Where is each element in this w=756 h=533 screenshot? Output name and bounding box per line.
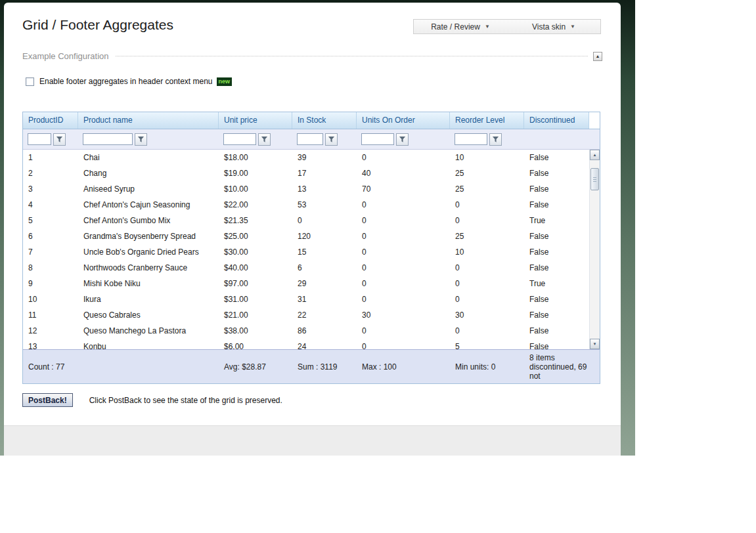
cell-in-stock: 29: [292, 276, 357, 291]
filter-funnel-icon: [492, 136, 499, 143]
cell-product-name: Chai: [78, 150, 219, 165]
cell-units-on-order: 0: [357, 213, 450, 228]
filter-button-reorder-level[interactable]: [489, 133, 502, 146]
column-header-units-on-order[interactable]: Units On Order: [357, 112, 450, 129]
filter-input-product-name[interactable]: [83, 133, 133, 145]
cell-reorder-level: 0: [450, 213, 524, 228]
cell-in-stock: 31: [292, 291, 357, 307]
table-row[interactable]: 9Mishi Kobe Niku$97.002900True: [23, 276, 589, 291]
cell-product-id: 4: [23, 197, 78, 213]
demo-toolbar: Rate / Review ▼ Vista skin ▼: [413, 19, 601, 34]
cell-product-id: 9: [23, 276, 78, 291]
cell-product-id: 5: [23, 213, 78, 228]
column-header-in-stock[interactable]: In Stock: [292, 112, 357, 129]
cell-reorder-level: 0: [450, 260, 524, 276]
cell-product-name: Aniseed Syrup: [78, 181, 219, 197]
table-row[interactable]: 5Chef Anton's Gumbo Mix$21.35000True: [23, 213, 589, 228]
table-row[interactable]: 8Northwoods Cranberry Sauce$40.00600Fals…: [23, 260, 589, 276]
cell-in-stock: 86: [292, 323, 357, 339]
cell-units-on-order: 0: [357, 228, 450, 244]
filter-button-in-stock[interactable]: [325, 133, 338, 146]
cell-units-on-order: 0: [357, 276, 450, 291]
table-row[interactable]: 12Queso Manchego La Pastora$38.008600Fal…: [23, 323, 589, 339]
filter-cell-product-name: [78, 129, 219, 149]
cell-reorder-level: 0: [450, 276, 524, 291]
cell-product-name: Queso Cabrales: [78, 307, 219, 323]
column-header-product-name[interactable]: Product name: [78, 112, 219, 129]
filter-input-reorder-level[interactable]: [455, 133, 487, 145]
column-header-reorder-level[interactable]: Reorder Level: [450, 112, 524, 129]
column-header-discontinued[interactable]: Discontinued: [524, 112, 589, 129]
grid-header-row: ProductID Product name Unit price In Sto…: [23, 112, 600, 129]
table-row[interactable]: 3Aniseed Syrup$10.00137025False: [23, 181, 589, 197]
scrollbar-thumb[interactable]: [590, 168, 599, 190]
filter-button-units-on-order[interactable]: [396, 133, 409, 146]
cell-discontinued: False: [524, 291, 589, 307]
cell-reorder-level: 25: [450, 228, 524, 244]
filter-funnel-icon: [56, 136, 63, 143]
column-header-productid[interactable]: ProductID: [23, 112, 78, 129]
cell-reorder-level: 0: [450, 197, 524, 213]
table-row[interactable]: 2Chang$19.00174025False: [23, 165, 589, 181]
column-header-unit-price[interactable]: Unit price: [219, 112, 292, 129]
filter-button-productid[interactable]: [53, 133, 66, 146]
vertical-scrollbar[interactable]: ▲ ▼: [589, 150, 600, 349]
cell-product-name: Chang: [78, 165, 219, 181]
cell-unit-price: $21.35: [219, 213, 292, 228]
postback-row: PostBack! Click PostBack to see the stat…: [22, 393, 621, 407]
table-row[interactable]: 7Uncle Bob's Organic Dried Pears$30.0015…: [23, 244, 589, 260]
collapse-section-button[interactable]: ▲: [593, 52, 602, 61]
cell-product-name: Konbu: [78, 339, 219, 349]
filter-button-unit-price[interactable]: [258, 133, 271, 146]
chevron-down-icon: ▼: [485, 24, 490, 30]
postback-button[interactable]: PostBack!: [22, 393, 73, 407]
table-row[interactable]: 10Ikura$31.003100False: [23, 291, 589, 307]
footer-discontinued: 8 items discontinued, 69 not: [524, 353, 600, 381]
filter-input-units-on-order[interactable]: [361, 133, 394, 145]
cell-product-id: 11: [23, 307, 78, 323]
cell-units-on-order: 0: [357, 323, 450, 339]
cell-product-name: Northwoods Cranberry Sauce: [78, 260, 219, 276]
cell-discontinued: False: [524, 323, 589, 339]
table-row[interactable]: 1Chai$18.0039010False: [23, 150, 589, 165]
footer-count: Count : 77: [23, 362, 78, 372]
page-footer-band: [4, 425, 621, 456]
skin-dropdown[interactable]: Vista skin ▼: [507, 20, 600, 33]
cell-in-stock: 53: [292, 197, 357, 213]
filter-cell-in-stock: [292, 129, 357, 149]
filter-input-in-stock[interactable]: [297, 133, 323, 145]
footer-aggregates-checkbox[interactable]: [26, 77, 34, 86]
table-row[interactable]: 6Grandma's Boysenberry Spread$25.0012002…: [23, 228, 589, 244]
filter-input-productid[interactable]: [28, 133, 51, 145]
table-row[interactable]: 13Konbu$6.002405False: [23, 339, 589, 349]
filter-input-unit-price[interactable]: [223, 133, 256, 145]
header-filler: [589, 112, 600, 129]
footer-sum: Sum : 3119: [292, 362, 357, 372]
cell-units-on-order: 30: [357, 307, 450, 323]
checkbox-label: Enable footer aggregates in header conte…: [39, 77, 213, 86]
table-row[interactable]: 11Queso Cabrales$21.00223030False: [23, 307, 589, 323]
cell-discontinued: False: [524, 165, 589, 181]
table-row[interactable]: 4Chef Anton's Cajun Seasoning$22.005300F…: [23, 197, 589, 213]
scroll-down-button[interactable]: ▼: [590, 339, 600, 349]
cell-product-name: Uncle Bob's Organic Dried Pears: [78, 244, 219, 260]
scroll-down-icon: ▼: [593, 342, 597, 346]
filter-cell-units-on-order: [357, 129, 450, 149]
cell-product-id: 12: [23, 323, 78, 339]
cell-reorder-level: 10: [450, 244, 524, 260]
cell-units-on-order: 0: [357, 197, 450, 213]
skin-label: Vista skin: [532, 22, 566, 32]
cell-discontinued: False: [524, 228, 589, 244]
filter-funnel-icon: [399, 136, 406, 143]
example-configuration-header: Example Configuration ▲: [22, 51, 602, 61]
cell-product-id: 8: [23, 260, 78, 276]
filter-button-product-name[interactable]: [135, 133, 147, 146]
cell-reorder-level: 0: [450, 291, 524, 307]
rate-review-dropdown[interactable]: Rate / Review ▼: [414, 20, 507, 33]
cell-reorder-level: 25: [450, 165, 524, 181]
cell-reorder-level: 0: [450, 323, 524, 339]
cell-in-stock: 24: [292, 339, 357, 349]
grid-data-area: 1Chai$18.0039010False2Chang$19.00174025F…: [23, 150, 600, 349]
scroll-up-button[interactable]: ▲: [590, 150, 600, 160]
cell-reorder-level: 10: [450, 150, 524, 165]
